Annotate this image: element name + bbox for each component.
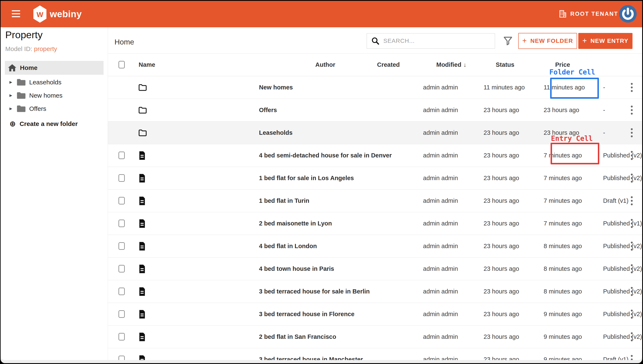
create-folder-button[interactable]: ⊕ Create a new folder	[5, 118, 104, 130]
row-checkbox[interactable]	[119, 174, 125, 182]
caret-right-icon[interactable]: ▶	[10, 93, 16, 98]
row-author: admin admin	[423, 326, 458, 348]
row-author: admin admin	[423, 212, 458, 235]
row-menu-button[interactable]	[627, 258, 636, 280]
new-entry-button[interactable]: + NEW ENTRY	[578, 33, 632, 49]
row-author: admin admin	[423, 303, 458, 325]
user-avatar[interactable]	[619, 5, 637, 23]
row-modified: 7 minutes ago	[544, 167, 582, 189]
row-menu-button[interactable]	[627, 167, 636, 189]
row-name[interactable]: New homes	[259, 76, 293, 99]
tenant-label: ROOT TENANT	[570, 11, 618, 17]
sidebar-folder-leaseholds[interactable]: ▶Leaseholds	[5, 76, 104, 89]
create-folder-label: Create a new folder	[20, 120, 78, 128]
folder-icon	[17, 78, 26, 86]
hamburger-menu-icon[interactable]	[12, 10, 20, 18]
folder-icon	[138, 76, 147, 99]
column-header-status[interactable]: Status	[496, 54, 514, 76]
row-menu-button[interactable]	[627, 76, 636, 99]
row-name[interactable]: 3 bed terraced house in Florence	[259, 303, 354, 325]
column-header-modified[interactable]: Modified ↓	[436, 54, 466, 76]
row-created: 23 hours ago	[483, 122, 519, 144]
row-menu-button[interactable]	[627, 212, 636, 235]
row-name[interactable]: 4 bed town house in Paris	[259, 258, 334, 280]
caret-right-icon[interactable]: ▶	[10, 80, 16, 84]
row-name[interactable]: 4 bed flat in London	[259, 235, 317, 257]
search-input[interactable]	[383, 37, 485, 44]
table-row[interactable]: 2 bed flat in San Franciscoadmin admin23…	[108, 326, 642, 348]
document-icon	[138, 348, 146, 360]
row-status: Published (v2)	[603, 144, 642, 167]
row-menu-button[interactable]	[627, 348, 636, 360]
sidebar-folder-label: Leaseholds	[29, 79, 61, 86]
row-checkbox[interactable]	[119, 310, 125, 318]
home-icon	[8, 64, 17, 72]
row-name[interactable]: Offers	[259, 99, 277, 121]
new-folder-button[interactable]: + NEW FOLDER	[518, 33, 577, 49]
row-checkbox[interactable]	[119, 333, 125, 340]
row-checkbox[interactable]	[119, 288, 125, 295]
filter-icon[interactable]	[503, 36, 513, 46]
model-id-line: Model ID: property	[5, 45, 57, 52]
row-menu-button[interactable]	[627, 190, 636, 212]
tenant-switcher[interactable]: ROOT TENANT	[559, 10, 618, 18]
row-modified: 9 minutes ago	[544, 303, 582, 325]
table-row[interactable]: Offersadmin admin23 hours ago23 hours ag…	[108, 99, 642, 122]
webiny-logo-icon[interactable]: W	[34, 6, 47, 24]
row-name[interactable]: 1 bed flat for sale in Los Angeles	[259, 167, 354, 189]
row-menu-button[interactable]	[627, 144, 636, 167]
sidebar-item-home[interactable]: Home	[5, 61, 104, 75]
document-icon	[138, 212, 146, 235]
folder-cell-annotation-label: Folder Cell	[549, 68, 595, 76]
column-header-created[interactable]: Created	[377, 54, 400, 76]
table-row[interactable]: 3 bed terraced house for sale in Berlina…	[108, 280, 642, 303]
row-status: Published (v2)	[603, 258, 642, 280]
document-icon	[138, 280, 146, 303]
table-row[interactable]: 4 bed town house in Parisadmin admin23 h…	[108, 258, 642, 280]
column-header-author[interactable]: Author	[315, 54, 335, 76]
search-box	[367, 33, 495, 49]
column-header-name[interactable]: Name	[139, 54, 155, 76]
new-folder-label: NEW FOLDER	[530, 38, 573, 44]
row-name[interactable]: 3 bed terraced house in Manchester	[259, 348, 363, 360]
row-name[interactable]: 3 bed terraced house for sale in Berlin	[259, 280, 370, 303]
row-name[interactable]: 1 bed flat in Turin	[259, 190, 309, 212]
sidebar-folder-label: Offers	[29, 105, 46, 112]
row-menu-button[interactable]	[627, 99, 636, 121]
row-name[interactable]: 2 bed maisonette in Lyon	[259, 212, 332, 235]
row-author: admin admin	[423, 99, 458, 121]
row-checkbox[interactable]	[119, 356, 125, 360]
row-created: 23 hours ago	[483, 303, 519, 325]
row-status: Draft (v1)	[603, 190, 628, 212]
new-entry-label: NEW ENTRY	[590, 38, 628, 44]
row-modified: 8 minutes ago	[544, 280, 582, 303]
table-row[interactable]: 4 bed flat in Londonadmin admin23 hours …	[108, 235, 642, 258]
table-row[interactable]: 3 bed terraced house in Manchesteradmin …	[108, 348, 642, 360]
row-created: 23 hours ago	[483, 348, 519, 360]
model-title: Property	[5, 29, 43, 40]
row-menu-button[interactable]	[627, 326, 636, 348]
row-checkbox[interactable]	[119, 197, 125, 204]
row-checkbox[interactable]	[119, 242, 125, 250]
row-checkbox[interactable]	[119, 265, 125, 272]
document-icon	[138, 258, 146, 280]
row-menu-button[interactable]	[627, 280, 636, 303]
row-checkbox[interactable]	[119, 152, 125, 159]
document-icon	[138, 167, 146, 189]
sidebar-folder-offers[interactable]: ▶Offers	[5, 102, 104, 115]
row-status: Published (v1)	[603, 212, 642, 235]
select-all-checkbox[interactable]	[119, 61, 125, 68]
caret-right-icon[interactable]: ▶	[10, 106, 16, 111]
row-checkbox[interactable]	[119, 220, 125, 227]
row-name[interactable]: 4 bed semi-detached house for sale in De…	[259, 144, 392, 167]
table-row[interactable]: 2 bed maisonette in Lyonadmin admin23 ho…	[108, 212, 642, 235]
table-row[interactable]: 1 bed flat for sale in Los Angelesadmin …	[108, 167, 642, 190]
row-menu-button[interactable]	[627, 303, 636, 325]
row-name[interactable]: 2 bed flat in San Francisco	[259, 326, 336, 348]
row-name[interactable]: Leaseholds	[259, 122, 293, 144]
table-row[interactable]: 3 bed terraced house in Florenceadmin ad…	[108, 303, 642, 326]
row-menu-button[interactable]	[627, 235, 636, 257]
table-row[interactable]: 1 bed flat in Turinadmin admin23 hours a…	[108, 190, 642, 212]
row-menu-button[interactable]	[627, 122, 636, 144]
sidebar-folder-new-homes[interactable]: ▶New homes	[5, 89, 104, 102]
